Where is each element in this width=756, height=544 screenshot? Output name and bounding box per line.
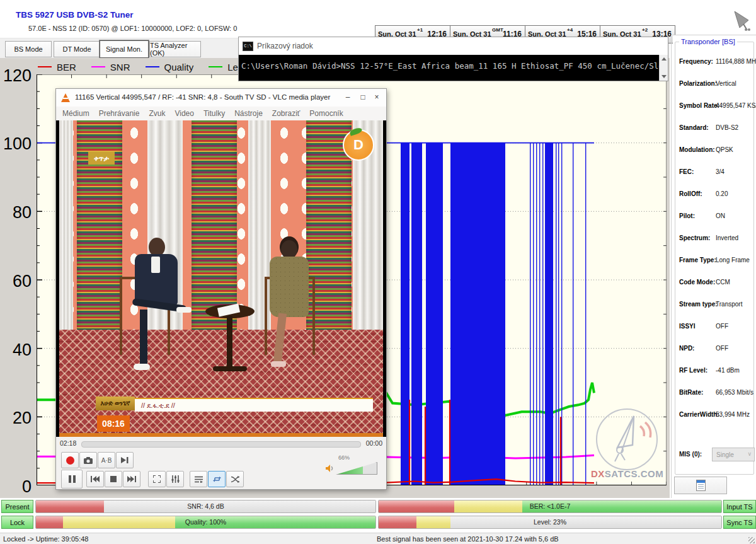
chart-legend: BER SNR Quality Level <box>38 60 258 74</box>
y-tick-100: 100 <box>3 134 32 154</box>
transponder-group-title: Transponder [BS] <box>679 38 737 45</box>
playlist-icon <box>195 476 203 483</box>
onscreen-clock: 08:16 <box>97 415 130 432</box>
quality-meter-label: Quality: 100% <box>36 518 375 526</box>
transponder-row-value: OFF <box>716 345 728 352</box>
transponder-row-value: ON <box>716 212 725 219</box>
previous-icon <box>91 476 100 482</box>
menu-audio[interactable]: Zvuk <box>149 109 165 118</box>
ts-analyzer-button[interactable]: TS Analyzer (OK) <box>149 41 201 57</box>
next-icon <box>127 476 136 482</box>
maximize-button[interactable]: □ <box>357 93 369 103</box>
legend-label-snr: SNR <box>110 62 130 72</box>
volume-percent: 66% <box>338 454 350 461</box>
video-frame: ቀጥታ D እሁድ ወንጌኛ // ደ.ፋ.ቲ.ደ // 08:16 <box>56 120 386 437</box>
transponder-row-value: CCM <box>716 279 730 286</box>
transponder-row-value: QPSK <box>716 146 733 153</box>
clock-offset: +4 <box>567 27 573 33</box>
legend-swatch-level <box>209 66 222 67</box>
transponder-row: Polarization:Vertical <box>679 80 750 87</box>
transponder-row: Frequency:11164,888 MHz <box>679 58 750 65</box>
transponder-row: Standard:DVB-S2 <box>679 124 750 131</box>
seek-bar[interactable] <box>81 441 361 448</box>
shuffle-button[interactable] <box>226 471 244 487</box>
transponder-row: CarrierWidth:53,994 MHz <box>679 411 750 418</box>
scroll-up-icon[interactable] <box>662 57 667 61</box>
legend-label-ber: BER <box>57 62 76 72</box>
transponder-row-value: Inverted <box>716 234 738 241</box>
ab-loop-button[interactable]: A·B <box>98 452 115 468</box>
panel-divider <box>671 35 672 498</box>
stop-icon <box>110 476 117 482</box>
lock-status-text: Locked -> Uptime: 39:05:48 <box>3 535 88 543</box>
transponder-row-value: DVB-S2 <box>716 124 738 131</box>
signal-mon-button[interactable]: Signal Mon. <box>100 40 149 58</box>
transponder-row: BitRate:66,953 Mbit/s <box>679 389 750 396</box>
snapshot-button[interactable] <box>79 452 97 468</box>
close-button[interactable]: × <box>371 93 382 103</box>
transponder-row-label: Code Mode: <box>679 279 715 286</box>
mis-select[interactable]: Single∨ <box>712 448 755 461</box>
level-meter-label: Level: 23% <box>379 518 721 526</box>
transponder-row: Symbol Rate:44995,547 KS/s <box>679 102 750 109</box>
minimize-button[interactable]: – <box>342 93 353 103</box>
pause-icon <box>69 475 71 483</box>
lock-button[interactable]: Lock <box>1 516 33 529</box>
bs-mode-button[interactable]: BS Mode <box>5 41 52 57</box>
loop-button[interactable] <box>208 471 226 487</box>
channel-logo-letter: D <box>353 137 364 153</box>
fullscreen-button[interactable] <box>148 471 166 487</box>
y-tick-20: 20 <box>3 408 32 428</box>
stop-button[interactable] <box>105 471 122 487</box>
y-tick-0: 0 <box>3 477 32 497</box>
transponder-row: Stream type:Transport <box>679 301 750 308</box>
transponder-row: Code Mode:CCM <box>679 279 750 286</box>
best-signal-text: Best signal has been seen at 2021-10-30 … <box>377 535 559 543</box>
playlist-button[interactable] <box>190 471 207 487</box>
menu-tools[interactable]: Nástroje <box>234 109 263 118</box>
record-button[interactable] <box>61 452 79 468</box>
snr-meter: SNR: 4,6 dB <box>35 500 376 513</box>
present-button[interactable]: Present <box>1 500 33 513</box>
transponder-row-label: Frequency: <box>679 58 713 65</box>
scroll-down-icon[interactable] <box>662 75 667 78</box>
guest-leg <box>140 310 147 365</box>
menu-medium[interactable]: Médium <box>62 109 89 118</box>
level-meter: Level: 23% <box>378 516 722 529</box>
tuner-title: TBS 5927 USB DVB-S2 Tuner <box>16 10 134 20</box>
transponder-row: Modulation:QPSK <box>679 146 750 153</box>
equalizer-icon <box>171 475 180 483</box>
frame-step-icon <box>121 457 129 463</box>
guest-shirt <box>151 257 160 273</box>
quality-meter: Quality: 100% <box>35 516 376 529</box>
command-prompt-titlebar[interactable]: C:\ Príkazový riadok <box>239 37 668 55</box>
transponder-row-value: 3/4 <box>716 168 724 175</box>
frame-step-button[interactable] <box>116 452 134 468</box>
transponder-row-label: NPD: <box>679 345 694 352</box>
sync-ts-button[interactable]: Sync TS <box>723 516 756 529</box>
transponder-row-label: Symbol Rate: <box>679 102 719 109</box>
input-ts-button[interactable]: Input TS <box>723 500 756 513</box>
volume-slider[interactable] <box>336 462 377 475</box>
next-button[interactable] <box>123 471 140 487</box>
resize-grip[interactable] <box>748 537 755 543</box>
service-list-button[interactable] <box>674 477 727 494</box>
speaker-icon <box>326 465 335 472</box>
menu-help[interactable]: Pomocník <box>309 109 343 118</box>
vlc-titlebar[interactable]: 11165 Vertical 44995,547 / RF: -41 SNR: … <box>56 89 386 107</box>
y-tick-60: 60 <box>3 272 32 291</box>
menu-view[interactable]: Zobraziť <box>272 109 301 118</box>
extended-settings-button[interactable] <box>166 471 184 487</box>
menu-video[interactable]: Video <box>175 109 193 118</box>
previous-button[interactable] <box>86 471 104 487</box>
console-scrollbar[interactable] <box>659 55 668 81</box>
desktop: { "app": { "title": "TBS 5927 USB DVB-S2… <box>0 0 756 544</box>
menu-playback[interactable]: Prehrávanie <box>99 109 140 118</box>
tv-studio-scene: ቀጥታ D እሁድ ወንጌኛ // ደ.ፋ.ቲ.ደ // 08:16 <box>59 120 383 437</box>
menu-subtitles[interactable]: Titulky <box>203 109 225 118</box>
live-badge: ቀጥታ <box>88 152 115 165</box>
pause-button[interactable] <box>61 470 83 489</box>
dt-mode-button[interactable]: DT Mode <box>54 41 100 57</box>
studio-curtain <box>59 120 73 330</box>
transponder-row: Pilot:ON <box>679 212 750 219</box>
